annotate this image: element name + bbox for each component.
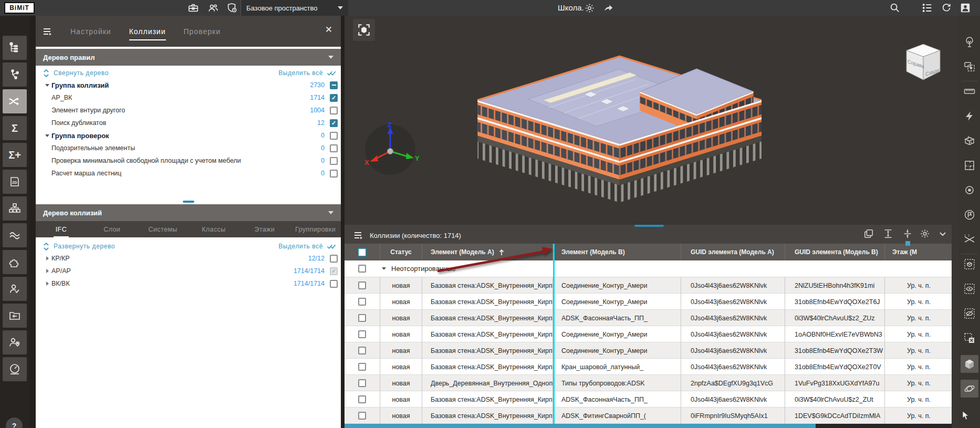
export-folder-tool[interactable] xyxy=(3,304,27,328)
collapse-expand-icon[interactable] xyxy=(43,69,49,77)
column-element-b[interactable]: Элемент (Модель B) xyxy=(553,244,681,260)
tree-item-suspicious[interactable]: Подозрительные элементы 0 xyxy=(36,142,341,154)
clear-selection-tool[interactable] xyxy=(963,332,976,345)
project-settings-gear-icon[interactable] xyxy=(583,2,596,14)
show-elements-tool[interactable] xyxy=(963,283,976,295)
row-checkbox[interactable] xyxy=(358,379,366,387)
tree-item-collision-group[interactable]: Группа коллизий 2730 xyxy=(36,79,341,91)
caret-right-icon[interactable] xyxy=(43,281,51,286)
table-settings-gear-button[interactable] xyxy=(918,227,932,241)
checkbox-unchecked[interactable] xyxy=(330,255,338,263)
ifc-item-kr[interactable]: КР/КР 12/12 xyxy=(36,252,341,265)
share-icon[interactable] xyxy=(602,2,614,14)
building-model[interactable] xyxy=(467,53,762,205)
table-row[interactable]: новая Базовая стена:ADSK_Внутренняя_Кирп… xyxy=(345,294,952,310)
collapse-expand-icon[interactable] xyxy=(43,243,49,250)
isolate-elements-tool[interactable] xyxy=(963,258,976,270)
group-checkbox[interactable] xyxy=(358,265,366,273)
sum-tool[interactable]: Σ xyxy=(3,116,27,140)
drawings-2d-tool[interactable]: 2D xyxy=(3,170,27,194)
collapse-tree-link[interactable]: Свернуть дерево xyxy=(54,69,109,77)
rules-tree-header[interactable]: Дерево правил xyxy=(36,49,341,66)
column-guid-b[interactable]: GUID элемента (Модель B) xyxy=(785,244,885,260)
plugins-puzzle-tool[interactable] xyxy=(3,250,27,274)
table-row[interactable]: новая Базовая стена:ADSK_Внутренняя_Кирп… xyxy=(345,326,952,342)
row-checkbox[interactable] xyxy=(358,412,366,420)
hide-elements-tool[interactable] xyxy=(963,307,976,320)
list-menu-icon[interactable] xyxy=(921,2,934,14)
select-all-link[interactable]: Выделить всё xyxy=(278,243,323,250)
column-status[interactable]: Статус xyxy=(380,244,422,260)
checkbox-checked[interactable] xyxy=(330,94,338,102)
row-checkbox[interactable] xyxy=(358,281,366,289)
row-checkbox[interactable] xyxy=(358,347,366,354)
trends-wave-tool[interactable] xyxy=(3,223,27,247)
history-sync-icon[interactable] xyxy=(940,2,953,14)
structure-chart-tool[interactable] xyxy=(3,196,27,221)
orbit-tool[interactable] xyxy=(961,380,978,398)
team-users-icon[interactable] xyxy=(207,2,220,14)
ifc-item-ar[interactable]: АР/АР 1714/1714 xyxy=(36,265,341,277)
expand-tree-link[interactable]: Развернуть дерево xyxy=(54,243,115,250)
double-check-icon[interactable] xyxy=(326,243,337,250)
table-row[interactable]: новая Базовая стена:ADSK_Внутренняя_Кирп… xyxy=(345,342,952,359)
table-row[interactable]: новая Базовая стена:ADSK_Внутренняя_Кирп… xyxy=(345,359,952,375)
tree-item-min-area[interactable]: Проверка минимальной свободной площади с… xyxy=(36,154,341,167)
axis-gizmo[interactable]: Z X Y xyxy=(361,121,419,179)
checkbox-indeterminate[interactable] xyxy=(330,81,338,89)
focus-target-tool[interactable] xyxy=(963,184,976,196)
row-checkbox[interactable] xyxy=(358,298,366,306)
checkbox-unchecked[interactable] xyxy=(330,144,338,152)
checkbox-unchecked[interactable] xyxy=(330,280,338,288)
caret-down-icon[interactable] xyxy=(380,267,388,270)
graph-nodes-tool[interactable] xyxy=(3,62,27,87)
checkbox-checked-muted[interactable] xyxy=(330,267,338,275)
tab-collisions[interactable]: Коллизии xyxy=(129,27,166,40)
section-resize-handle[interactable] xyxy=(183,201,194,203)
shaded-view-tool[interactable] xyxy=(961,355,978,373)
row-checkbox[interactable] xyxy=(358,314,366,322)
select-all-link[interactable]: Выделить всё xyxy=(278,69,323,77)
section-cut-tool[interactable]: 12 xyxy=(963,233,976,246)
shield-badge-icon[interactable] xyxy=(226,2,238,14)
navigation-cube[interactable]: Справа Сзади xyxy=(899,40,947,84)
projects-briefcase-icon[interactable] xyxy=(187,2,200,14)
tab-ifc[interactable]: IFC xyxy=(36,226,87,233)
user-location-tool[interactable] xyxy=(3,330,27,354)
panel-menu-icon[interactable] xyxy=(43,27,53,36)
caret-right-icon[interactable] xyxy=(43,256,51,260)
checkbox-checked[interactable] xyxy=(330,119,338,127)
workspace-selector[interactable]: Базовое пространство xyxy=(241,0,348,16)
measure-ruler-tool[interactable] xyxy=(963,85,976,98)
row-checkbox[interactable] xyxy=(358,395,366,403)
tree-item-element-inside[interactable]: Элемент внтури другого 1004 xyxy=(36,104,341,117)
expand-rows-button[interactable] xyxy=(881,227,895,241)
help-button[interactable]: ? xyxy=(6,417,23,428)
collapse-panel-chevron-button[interactable] xyxy=(936,227,950,241)
horizontal-scrollbar[interactable] xyxy=(345,424,952,428)
tab-systems[interactable]: Системы xyxy=(138,226,189,233)
scrollbar-thumb[interactable] xyxy=(345,424,816,428)
clash-flash-tool[interactable] xyxy=(963,110,976,122)
model-tree-tool[interactable] xyxy=(3,36,27,60)
table-row[interactable]: новая Дверь_Деревянная_Внутренняя_Однопо… xyxy=(345,375,952,391)
select-all-checkbox[interactable] xyxy=(358,248,367,257)
checkbox-unchecked[interactable] xyxy=(330,157,338,165)
table-row[interactable]: новая Базовая стена:ADSK_Внутренняя_Кирп… xyxy=(345,391,952,408)
approvals-user-check-tool[interactable] xyxy=(3,277,27,301)
tab-floors[interactable]: Этажи xyxy=(239,226,290,233)
checkbox-unchecked[interactable] xyxy=(330,107,338,114)
sum-add-tool[interactable]: Σ+ xyxy=(3,143,27,167)
collisions-tree-header[interactable]: Дерево коллизий xyxy=(36,204,341,221)
tab-classes[interactable]: Классы xyxy=(188,226,239,233)
double-check-icon[interactable] xyxy=(326,70,337,77)
dashboard-gauge-tool[interactable] xyxy=(3,357,27,381)
tab-layers[interactable]: Слои xyxy=(87,226,138,233)
copy-rows-button[interactable] xyxy=(862,227,875,241)
collisions-tool[interactable] xyxy=(3,89,27,113)
caret-right-icon[interactable] xyxy=(43,269,51,273)
ifc-item-vk[interactable]: ВК/ВК 1714/1714 xyxy=(36,277,341,290)
row-checkbox[interactable] xyxy=(358,330,366,338)
tree-item-ar-vk[interactable]: АР_ВК 1714 xyxy=(36,91,341,104)
table-row[interactable]: новая Базовая стена:ADSK_Внутренняя_Кирп… xyxy=(345,408,952,424)
